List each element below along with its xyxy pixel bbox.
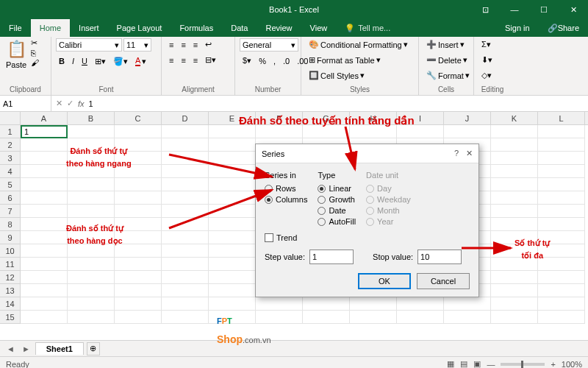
tab-file[interactable]: File bbox=[0, 19, 31, 37]
row-header[interactable]: 6 bbox=[0, 191, 21, 205]
cell[interactable] bbox=[303, 311, 350, 324]
stop-input[interactable] bbox=[417, 250, 462, 264]
percent-icon[interactable]: % bbox=[256, 55, 269, 67]
radio-rows[interactable]: Rows bbox=[265, 184, 307, 193]
ribbon-options-icon[interactable]: ⊡ bbox=[470, 0, 500, 19]
cell[interactable] bbox=[68, 165, 115, 178]
cell[interactable] bbox=[491, 231, 538, 244]
align-left-icon[interactable]: ≡ bbox=[166, 54, 176, 66]
cell[interactable] bbox=[115, 138, 162, 152]
tab-nav-prev-icon[interactable]: ◄ bbox=[4, 344, 17, 353]
cell[interactable] bbox=[68, 271, 115, 284]
cell[interactable] bbox=[21, 284, 68, 297]
cell[interactable] bbox=[162, 125, 209, 138]
cell[interactable] bbox=[68, 178, 115, 191]
radio-date[interactable]: Date bbox=[318, 206, 356, 215]
col-header[interactable]: D bbox=[162, 112, 209, 124]
ok-button[interactable]: OK bbox=[358, 273, 411, 289]
cell[interactable] bbox=[444, 311, 491, 324]
cell[interactable] bbox=[256, 125, 303, 138]
font-name-select[interactable]: Calibri▾ bbox=[56, 38, 122, 52]
cell[interactable] bbox=[21, 258, 68, 271]
cell[interactable] bbox=[162, 297, 209, 311]
cell[interactable] bbox=[162, 205, 209, 218]
tab-insert[interactable]: Insert bbox=[70, 19, 108, 37]
cell[interactable] bbox=[68, 284, 115, 297]
cell[interactable] bbox=[538, 165, 585, 178]
cell[interactable] bbox=[209, 271, 256, 284]
cell[interactable] bbox=[538, 231, 585, 244]
row-header[interactable]: 1 bbox=[0, 125, 21, 138]
cell[interactable] bbox=[21, 165, 68, 178]
row-header[interactable]: 13 bbox=[0, 284, 21, 297]
cell[interactable] bbox=[444, 125, 491, 138]
cell[interactable] bbox=[115, 178, 162, 191]
cell[interactable] bbox=[256, 297, 303, 311]
cell[interactable] bbox=[538, 311, 585, 324]
cancel-formula-icon[interactable]: ✕ bbox=[56, 99, 62, 108]
share-button[interactable]: 🔗 Share bbox=[539, 19, 588, 37]
cell[interactable] bbox=[162, 152, 209, 165]
tab-formulas[interactable]: Formulas bbox=[171, 19, 222, 37]
cell[interactable] bbox=[491, 284, 538, 297]
cell[interactable] bbox=[538, 152, 585, 165]
cell[interactable] bbox=[491, 191, 538, 205]
cell[interactable] bbox=[350, 297, 397, 311]
cell[interactable] bbox=[162, 244, 209, 258]
format-table-button[interactable]: ⊞ Format as Table ▾ bbox=[306, 54, 384, 66]
cell[interactable] bbox=[209, 311, 256, 324]
cell[interactable] bbox=[209, 178, 256, 191]
maximize-icon[interactable]: ☐ bbox=[529, 0, 559, 19]
dialog-help-icon[interactable]: ? bbox=[454, 149, 459, 158]
align-right-icon[interactable]: ≡ bbox=[190, 54, 201, 66]
cell[interactable] bbox=[350, 311, 397, 324]
border-button[interactable]: ⊞▾ bbox=[92, 55, 109, 68]
row-header[interactable]: 12 bbox=[0, 271, 21, 284]
insert-cells-button[interactable]: ➕ Insert ▾ bbox=[423, 38, 467, 51]
radio-autofill[interactable]: AutoFill bbox=[318, 217, 356, 226]
cell[interactable] bbox=[115, 311, 162, 324]
cell[interactable] bbox=[491, 244, 538, 258]
tab-view[interactable]: View bbox=[301, 19, 337, 37]
name-box[interactable]: A1 bbox=[0, 96, 51, 111]
cell[interactable] bbox=[68, 297, 115, 311]
tab-data[interactable]: Data bbox=[222, 19, 257, 37]
cell[interactable] bbox=[538, 138, 585, 152]
align-bot-icon[interactable]: ≡ bbox=[190, 39, 201, 51]
enter-formula-icon[interactable]: ✓ bbox=[67, 99, 74, 108]
currency-icon[interactable]: $▾ bbox=[240, 54, 254, 67]
view-break-icon[interactable]: ▣ bbox=[473, 359, 481, 368]
cell[interactable] bbox=[115, 165, 162, 178]
tab-pagelayout[interactable]: Page Layout bbox=[108, 19, 171, 37]
row-header[interactable]: 2 bbox=[0, 138, 21, 152]
cell[interactable] bbox=[162, 218, 209, 231]
cell[interactable] bbox=[68, 138, 115, 152]
cell[interactable] bbox=[68, 125, 115, 138]
col-header[interactable]: L bbox=[538, 112, 585, 124]
italic-button[interactable]: I bbox=[69, 55, 77, 67]
col-header[interactable]: J bbox=[444, 112, 491, 124]
cell[interactable] bbox=[491, 311, 538, 324]
cell[interactable] bbox=[538, 297, 585, 311]
cell[interactable] bbox=[21, 311, 68, 324]
cell[interactable] bbox=[538, 258, 585, 271]
zoom-in-icon[interactable]: + bbox=[551, 360, 555, 369]
cell[interactable] bbox=[115, 191, 162, 205]
cell[interactable] bbox=[491, 258, 538, 271]
cell[interactable] bbox=[303, 125, 350, 138]
cell[interactable] bbox=[209, 258, 256, 271]
cell[interactable] bbox=[491, 271, 538, 284]
font-size-select[interactable]: 11▾ bbox=[123, 38, 151, 52]
cell[interactable] bbox=[68, 205, 115, 218]
cell-styles-button[interactable]: 🔲 Cell Styles ▾ bbox=[306, 69, 368, 82]
cell[interactable] bbox=[491, 178, 538, 191]
cell[interactable] bbox=[21, 152, 68, 165]
dialog-close-icon[interactable]: ✕ bbox=[466, 149, 473, 158]
cell[interactable] bbox=[209, 191, 256, 205]
delete-cells-button[interactable]: ➖ Delete ▾ bbox=[423, 54, 470, 66]
col-header[interactable]: B bbox=[68, 112, 115, 124]
cond-format-button[interactable]: 🎨 Conditional Formatting ▾ bbox=[306, 38, 411, 51]
cell[interactable] bbox=[209, 125, 256, 138]
cell[interactable] bbox=[68, 311, 115, 324]
col-header[interactable]: E bbox=[209, 112, 256, 124]
